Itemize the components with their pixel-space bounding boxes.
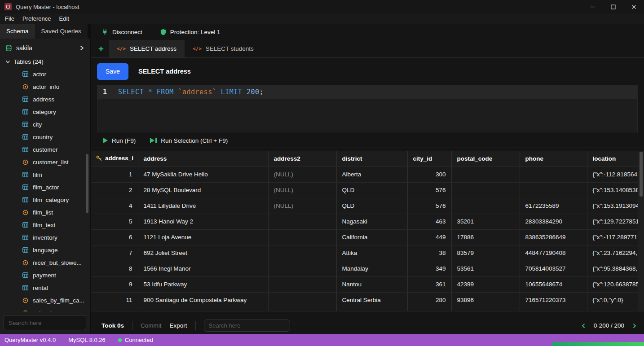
close-button[interactable] — [623, 0, 644, 13]
query-tab[interactable]: </>SELECT address — [109, 40, 185, 57]
save-button[interactable]: Save — [97, 63, 128, 80]
cell: 900 Santiago de Compostela Parkway — [138, 292, 268, 308]
sidebar-item-customer_list[interactable]: customer_list — [0, 156, 90, 168]
run-selection-button[interactable]: Run Selection (Ctrl + F9) — [150, 137, 228, 144]
export-button[interactable]: Export — [170, 322, 187, 329]
sidebar-item-rental[interactable]: rental — [0, 281, 90, 294]
sidebar-item-nicer_but_slowe...[interactable]: nicer_but_slowe... — [0, 256, 90, 269]
disconnect-button[interactable]: Disconnect — [101, 29, 142, 35]
cell: QLD — [336, 182, 407, 198]
sidebar-item-film_list[interactable]: film_list — [0, 206, 90, 219]
cell — [91, 308, 138, 311]
cell: {"x":0,"y":0} — [587, 292, 638, 308]
column-header-postal_code[interactable]: postal_code — [451, 151, 520, 166]
results-scrollbar-thumb[interactable] — [640, 152, 643, 197]
mysql-version: MySQL 8.0.26 — [68, 337, 106, 343]
tab-schema[interactable]: Schema — [0, 24, 35, 39]
sidebar-item-customer[interactable]: customer — [0, 143, 90, 156]
table-name: inventory — [33, 234, 57, 241]
sidebar-item-sales_by_store[interactable]: sales_by_store — [0, 307, 90, 311]
table-row[interactable]: 51913 Hanoi Way 2Nagasaki463352012830338… — [91, 214, 638, 229]
sidebar-item-database[interactable]: sakila — [0, 41, 90, 55]
sidebar-item-sales_by_film_ca...[interactable]: sales_by_film_ca... — [0, 294, 90, 307]
cell: California — [336, 229, 407, 245]
table-name: city — [33, 121, 42, 128]
commit-button[interactable]: Commit — [141, 322, 162, 329]
table-name: actor_info — [33, 83, 59, 90]
sidebar-item-country[interactable]: country — [0, 131, 90, 143]
table-row[interactable]: 147 MySakila Drive Hello(NULL)Alberta300… — [91, 166, 638, 182]
cell: 6 — [91, 229, 138, 245]
table-row[interactable]: 61121 Loja AvenueCalifornia4491788683863… — [91, 229, 638, 245]
table-row[interactable]: 81566 Inegl ManorMandalay349535617058140… — [91, 261, 638, 276]
sidebar-item-language[interactable]: language — [0, 244, 90, 256]
sidebar-item-film_category[interactable]: film_category — [0, 193, 90, 206]
query-tab[interactable]: </>SELECT students — [185, 40, 262, 57]
menu-item-file[interactable]: File — [1, 15, 18, 22]
table-icon — [22, 109, 28, 114]
connected-dot-icon — [118, 338, 122, 342]
sidebar-item-inventory[interactable]: inventory — [0, 231, 90, 244]
sidebar-item-address[interactable]: address — [0, 93, 90, 105]
table-row-partial — [91, 308, 638, 311]
tables-list: actoractor_infoaddresscategorycitycountr… — [0, 68, 90, 311]
menu-item-edit[interactable]: Edit — [55, 15, 73, 22]
sidebar-item-film_actor[interactable]: film_actor — [0, 181, 90, 193]
sidebar-item-payment[interactable]: payment — [0, 269, 90, 281]
chevron-right-icon[interactable] — [79, 45, 84, 51]
table-icon — [22, 235, 28, 240]
cell: QLD — [336, 198, 407, 214]
column-header-city_id[interactable]: city_id — [407, 151, 451, 166]
column-header-address2[interactable]: address2 — [268, 151, 336, 166]
sidebar-item-film_text[interactable]: film_text — [0, 219, 90, 231]
results-header-row: address_iaddressaddress2districtcity_idp… — [91, 151, 638, 166]
sidebar-item-category[interactable]: category — [0, 105, 90, 118]
run-button[interactable]: Run (F9) — [103, 137, 136, 144]
view-icon — [22, 298, 28, 303]
column-header-district[interactable]: district — [336, 151, 407, 166]
sidebar-item-actor_info[interactable]: actor_info — [0, 80, 90, 93]
chevron-down-icon — [5, 59, 10, 64]
sidebar-scrollbar[interactable] — [86, 154, 88, 213]
table-row[interactable]: 953 Idfu ParkwayNantou361423991065564867… — [91, 276, 638, 292]
cell — [451, 198, 520, 214]
sidebar-item-film[interactable]: film — [0, 168, 90, 181]
sql-editor[interactable]: 1 SELECT * FROM `address` LIMIT 200; — [97, 85, 638, 132]
cell: 5 — [91, 214, 138, 229]
column-header-address_i[interactable]: address_i — [91, 151, 138, 166]
prev-page-icon[interactable] — [581, 323, 587, 328]
cell: {"x":153.1913094 — [587, 198, 638, 214]
tables-group-header[interactable]: Tables (24) — [0, 55, 90, 68]
query-tab-label: SELECT address — [130, 45, 176, 52]
sidebar-search-input[interactable] — [4, 315, 86, 330]
tables-group-label: Tables (24) — [13, 58, 44, 65]
cell: 35201 — [451, 214, 520, 229]
column-header-address[interactable]: address — [138, 151, 268, 166]
table-row[interactable]: 228 MySQL Boulevard(NULL)QLD576{"x":153.… — [91, 182, 638, 198]
sidebar-item-actor[interactable]: actor — [0, 68, 90, 80]
cell: 42399 — [451, 276, 520, 292]
protection-level-button[interactable]: Protection: Level 1 — [160, 29, 221, 35]
tab-saved-queries[interactable]: Saved Queries — [35, 24, 88, 39]
results-scrollbar[interactable] — [638, 151, 644, 311]
new-tab-button[interactable]: + — [93, 40, 109, 57]
next-page-icon[interactable] — [631, 323, 637, 328]
table-icon — [22, 71, 28, 77]
column-header-phone[interactable]: phone — [520, 151, 587, 166]
menu-item-preference[interactable]: Preference — [18, 15, 55, 22]
sidebar-item-city[interactable]: city — [0, 118, 90, 131]
column-header-location[interactable]: location — [587, 151, 638, 166]
maximize-button[interactable] — [603, 0, 623, 13]
table-row[interactable]: 41411 Lillydale Drive(NULL)QLD5766172235… — [91, 198, 638, 214]
minimize-button[interactable] — [582, 0, 603, 13]
table-row[interactable]: 11900 Santiago de Compostela ParkwayCent… — [91, 292, 638, 308]
cell: 38 — [407, 245, 451, 261]
table-row[interactable]: 7692 Joliet StreetAttika3883579448477190… — [91, 245, 638, 261]
table-name: film_list — [33, 209, 53, 216]
cell: 28303384290 — [520, 214, 587, 229]
cell — [268, 214, 336, 229]
results-search-input[interactable] — [204, 320, 290, 332]
code-icon: </> — [117, 46, 126, 52]
table-name: payment — [33, 272, 56, 279]
pagination: 0-200 / 200 — [581, 322, 644, 329]
